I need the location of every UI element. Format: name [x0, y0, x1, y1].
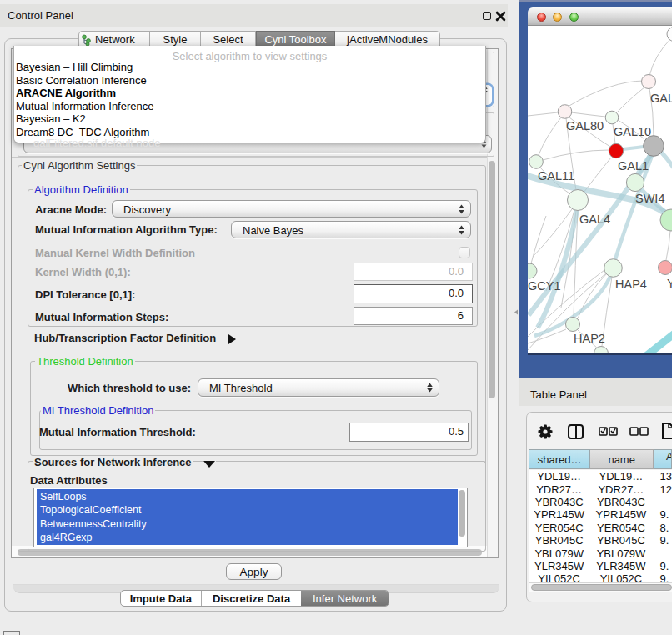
- svg-text:GAL80: GAL80: [566, 119, 604, 132]
- svg-text:GAL1: GAL1: [618, 159, 649, 172]
- svg-text:GAL11: GAL11: [538, 169, 574, 182]
- svg-text:SWI4: SWI4: [635, 192, 664, 205]
- svg-text:GAL4: GAL4: [579, 212, 610, 226]
- svg-text:HAP2: HAP2: [574, 332, 605, 345]
- svg-text:GAL7: GAL7: [650, 92, 672, 105]
- svg-text:Y: Y: [667, 277, 672, 290]
- svg-text:GCY1: GCY1: [528, 279, 561, 292]
- svg-text:HAP4: HAP4: [615, 278, 647, 291]
- svg-text:GAL10: GAL10: [614, 125, 651, 138]
